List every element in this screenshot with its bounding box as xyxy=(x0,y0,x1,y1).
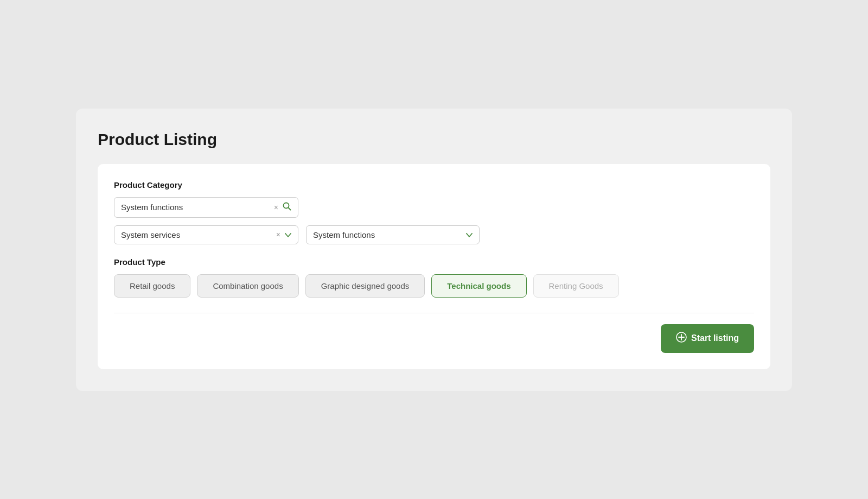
dropdown2-wrapper[interactable]: System functions xyxy=(306,225,480,244)
dropdown1-clear-icon[interactable]: × xyxy=(276,230,280,239)
dropdown2-value: System functions xyxy=(313,230,462,239)
footer-row: Start listing xyxy=(114,324,754,353)
outer-container: Product Listing Product Category System … xyxy=(76,109,792,391)
svg-line-1 xyxy=(289,207,291,210)
type-btn-renting[interactable]: Renting Goods xyxy=(533,274,619,298)
dropdown1-value: System services xyxy=(121,230,272,239)
search-input-value: System functions xyxy=(121,203,270,212)
product-category-label: Product Category xyxy=(114,180,754,190)
type-btn-technical[interactable]: Technical goods xyxy=(431,274,526,298)
dropdown1-arrow-icon[interactable] xyxy=(285,231,291,239)
search-row: System functions × xyxy=(114,197,754,218)
start-listing-label: Start listing xyxy=(691,333,739,343)
search-clear-icon[interactable]: × xyxy=(274,203,278,212)
search-icon[interactable] xyxy=(283,202,291,213)
main-card: Product Category System functions × Syst… xyxy=(98,164,770,369)
product-type-section: Product Type Retail goods Combination go… xyxy=(114,257,754,298)
plus-icon xyxy=(676,332,687,345)
search-input-wrapper[interactable]: System functions × xyxy=(114,197,298,218)
divider xyxy=(114,313,754,313)
page-title: Product Listing xyxy=(98,130,770,149)
dropdown1-wrapper[interactable]: System services × xyxy=(114,225,298,244)
dropdown2-arrow-icon[interactable] xyxy=(466,231,473,239)
type-btn-retail[interactable]: Retail goods xyxy=(114,274,190,298)
start-listing-button[interactable]: Start listing xyxy=(661,324,754,353)
type-btn-graphic[interactable]: Graphic designed goods xyxy=(305,274,425,298)
type-btn-combination[interactable]: Combination goods xyxy=(197,274,298,298)
product-type-buttons: Retail goods Combination goods Graphic d… xyxy=(114,274,754,298)
product-type-label: Product Type xyxy=(114,257,754,267)
dropdown-row: System services × System functions xyxy=(114,225,754,244)
